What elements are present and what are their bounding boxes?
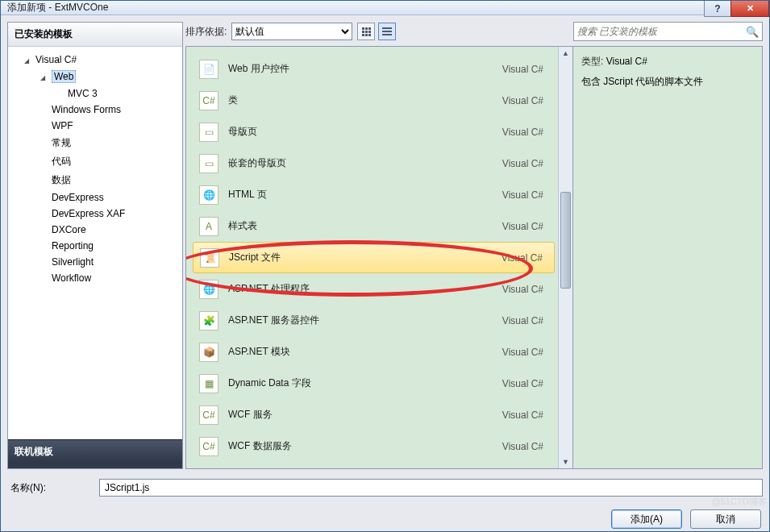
dialog-body: 已安装的模板 Visual C#WebMVC 3Windows FormsWPF…: [1, 15, 769, 532]
template-item[interactable]: ▦Dynamic Data 字段Visual C#: [193, 368, 555, 399]
name-input[interactable]: [99, 479, 763, 497]
template-label: Web 用户控件: [228, 62, 493, 76]
template-icon: 📄: [199, 60, 219, 79]
template-item[interactable]: A样式表Visual C#: [193, 210, 555, 242]
template-icon: ▭: [199, 123, 219, 142]
button-row: 添加(A) 取消: [7, 506, 763, 530]
tree-arrow-icon: [24, 54, 32, 65]
template-label: 母版页: [228, 125, 493, 139]
template-category: Visual C#: [502, 95, 548, 106]
view-small-icons-button[interactable]: [357, 23, 375, 40]
online-templates-header[interactable]: 联机模板: [8, 439, 182, 463]
template-icon: 📜: [200, 248, 219, 268]
template-item[interactable]: C#类Visual C#: [193, 85, 555, 116]
tree-node-label: 代码: [52, 155, 71, 168]
tree-node-label: DXCore: [52, 224, 86, 235]
template-icon: C#: [199, 91, 219, 110]
cancel-button[interactable]: 取消: [690, 509, 761, 529]
tree-node[interactable]: MVC 3: [8, 85, 182, 102]
tree-node[interactable]: Web: [8, 68, 182, 85]
tree-node[interactable]: Reporting: [8, 238, 182, 254]
template-item[interactable]: 🌐ASP.NET 处理程序Visual C#: [193, 273, 555, 305]
template-icon: C#: [199, 405, 219, 425]
template-category: Visual C#: [502, 409, 548, 421]
template-item[interactable]: ▭母版页Visual C#: [193, 116, 555, 148]
detail-pane: 类型: Visual C# 包含 JScript 代码的脚本文件: [573, 46, 763, 469]
template-label: ASP.NET 模块: [228, 345, 493, 359]
template-icon: 🌐: [199, 185, 219, 205]
template-label: WCF 服务: [228, 408, 493, 422]
online-templates-body: [8, 463, 182, 468]
category-sidebar: 已安装的模板 Visual C#WebMVC 3Windows FormsWPF…: [7, 22, 183, 469]
template-item[interactable]: 📜JScript 文件Visual C#: [193, 242, 555, 273]
close-button[interactable]: [730, 1, 769, 17]
tree-node-label: 数据: [52, 173, 71, 187]
name-label: 名称(N):: [7, 481, 46, 495]
detail-description: 包含 JScript 代码的脚本文件: [581, 75, 754, 89]
template-item[interactable]: 🌐HTML 页Visual C#: [193, 179, 555, 210]
template-icon: ▭: [199, 154, 219, 173]
template-label: WCF 数据服务: [228, 439, 493, 453]
tree-node[interactable]: Silverlight: [8, 254, 182, 270]
template-label: Dynamic Data 字段: [228, 376, 493, 390]
template-item[interactable]: 🧩ASP.NET 服务器控件Visual C#: [193, 305, 555, 336]
search-input[interactable]: [577, 26, 746, 37]
toolbar: 排序依据: 默认值 🔍: [185, 22, 763, 46]
tree-node[interactable]: DevExpress: [8, 189, 182, 206]
template-category: Visual C#: [502, 221, 548, 232]
tree-node-label: 常规: [52, 136, 71, 150]
template-category: Visual C#: [502, 64, 548, 75]
tree-node[interactable]: 数据: [8, 171, 182, 189]
tree-node-label: Windows Forms: [52, 104, 121, 115]
template-label: 嵌套的母版页: [228, 156, 493, 170]
search-icon[interactable]: 🔍: [746, 26, 759, 38]
search-box[interactable]: 🔍: [573, 22, 763, 41]
template-item[interactable]: C#WCF 数据服务Visual C#: [193, 430, 555, 462]
template-icon: 📦: [199, 343, 219, 362]
tree-node-label: Workflow: [52, 272, 91, 284]
template-item[interactable]: C#WCF 服务Visual C#: [193, 399, 555, 430]
window-title: 添加新项 - ExtMVCOne: [1, 1, 108, 15]
template-label: ASP.NET 服务器控件: [228, 314, 493, 327]
template-category: Visual C#: [502, 378, 548, 389]
template-category: Visual C#: [502, 158, 548, 169]
template-category: Visual C#: [502, 315, 548, 326]
detail-type-label: 类型:: [581, 56, 603, 67]
list-scrollbar[interactable]: [558, 47, 572, 468]
help-button[interactable]: [704, 1, 731, 17]
installed-templates-header[interactable]: 已安装的模板: [8, 23, 182, 47]
template-item[interactable]: 📄Web 用户控件Visual C#: [193, 53, 555, 85]
template-category: Visual C#: [502, 284, 548, 295]
scroll-down-icon[interactable]: [559, 455, 572, 468]
template-item[interactable]: 📦ASP.NET 模块Visual C#: [193, 336, 555, 368]
template-item[interactable]: ▭嵌套的母版页Visual C#: [193, 148, 555, 179]
detail-type-value: Visual C#: [606, 56, 647, 67]
tree-node-label: MVC 3: [68, 88, 98, 99]
template-icon: C#: [199, 437, 219, 456]
tree-node-label: DevExpress: [52, 192, 104, 203]
sort-dropdown[interactable]: 默认值: [231, 23, 352, 40]
titlebar[interactable]: 添加新项 - ExtMVCOne: [1, 1, 769, 15]
template-label: HTML 页: [228, 188, 493, 202]
template-icon: A: [199, 217, 219, 236]
name-row: 名称(N):: [7, 476, 763, 500]
tree-node-label: WPF: [52, 120, 73, 131]
tree-node-label: DevExpress XAF: [52, 208, 125, 219]
template-label: JScript 文件: [229, 251, 492, 264]
template-icon: 🧩: [199, 311, 219, 330]
tree-node[interactable]: DevExpress XAF: [8, 206, 182, 222]
view-list-button[interactable]: [378, 23, 396, 40]
tree-node[interactable]: WPF: [8, 118, 182, 134]
scroll-up-icon[interactable]: [559, 47, 572, 60]
tree-node[interactable]: Visual C#: [8, 52, 182, 68]
template-category: Visual C#: [502, 189, 548, 201]
template-category: Visual C#: [502, 347, 548, 358]
template-label: 类: [228, 94, 493, 107]
tree-node[interactable]: Windows Forms: [8, 102, 182, 118]
tree-node[interactable]: 代码: [8, 152, 182, 171]
tree-node[interactable]: 常规: [8, 134, 182, 152]
tree-node[interactable]: DXCore: [8, 222, 182, 238]
tree-node[interactable]: Workflow: [8, 270, 182, 286]
add-button[interactable]: 添加(A): [611, 509, 682, 529]
scroll-thumb[interactable]: [560, 192, 571, 289]
